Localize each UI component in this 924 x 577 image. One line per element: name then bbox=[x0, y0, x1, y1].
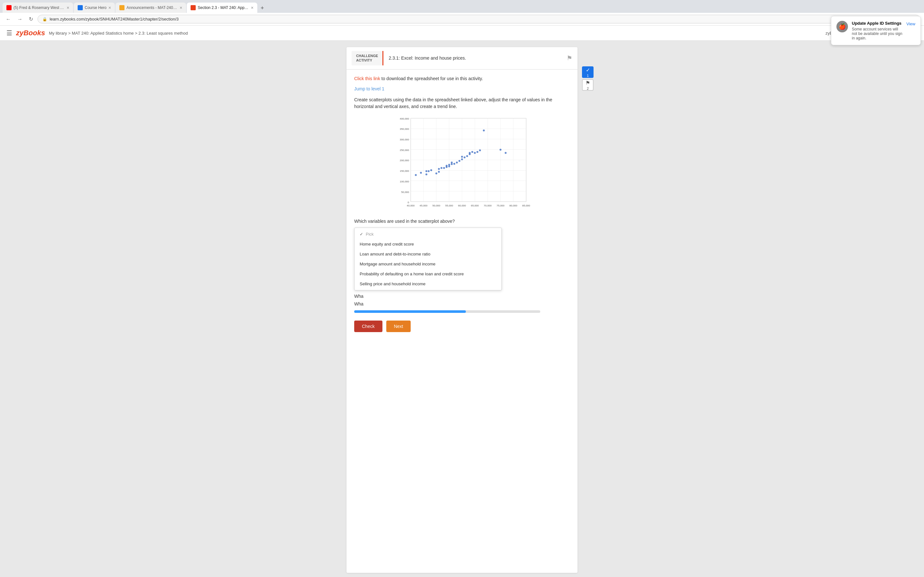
coursehero-favicon bbox=[78, 5, 83, 10]
tab-yt-close[interactable]: × bbox=[67, 5, 69, 10]
page-body: CHALLENGE ACTIVITY 2.3.1: Excel: Income … bbox=[0, 41, 924, 577]
level-2-number: 2 bbox=[587, 87, 589, 90]
question2-row: Wha bbox=[354, 293, 570, 299]
tab-bt[interactable]: Announcements - MAT-240-J... × bbox=[115, 3, 186, 13]
dropdown-option-1[interactable]: Home equity and credit score bbox=[355, 239, 501, 249]
level-1-badge[interactable]: ✓ 1 bbox=[582, 66, 594, 78]
svg-text:50,000: 50,000 bbox=[401, 191, 409, 193]
dropdown-option-4[interactable]: Probability of defaulting on a home loan… bbox=[355, 269, 501, 279]
tab-bt-title: Announcements - MAT-240-J... bbox=[126, 5, 178, 10]
content-body: Click this link to download the spreadsh… bbox=[347, 69, 577, 342]
question1-text: Which variables are used in the scatterp… bbox=[354, 219, 570, 224]
jump-to-level-link[interactable]: Jump to level 1 bbox=[354, 86, 570, 91]
announcements-favicon bbox=[120, 5, 124, 10]
download-text: Click this link to download the spreadsh… bbox=[354, 76, 570, 81]
notification-title: Update Apple ID Settings bbox=[852, 21, 903, 26]
svg-point-42 bbox=[425, 173, 427, 175]
svg-point-59 bbox=[461, 158, 463, 160]
svg-text:60,000: 60,000 bbox=[458, 204, 466, 207]
notification-description: Some account services will not be availa… bbox=[852, 27, 903, 40]
svg-point-47 bbox=[438, 168, 440, 170]
svg-point-61 bbox=[464, 156, 465, 158]
apple-id-icon: 🍎 bbox=[837, 21, 848, 32]
svg-text:250,000: 250,000 bbox=[400, 149, 409, 152]
new-tab-button[interactable]: + bbox=[258, 3, 267, 13]
question2-text: Wha bbox=[354, 293, 363, 299]
reload-button[interactable]: ↻ bbox=[27, 15, 35, 23]
level-2-check-icon: ⚑ bbox=[586, 80, 590, 86]
hamburger-menu[interactable]: ☰ bbox=[6, 29, 12, 37]
breadcrumb: My library > MAT 240: Applied Statistics… bbox=[49, 31, 188, 35]
tab-zy-close[interactable]: × bbox=[251, 5, 254, 10]
challenge-title: 2.3.1: Excel: Income and house prices. bbox=[383, 53, 567, 63]
svg-point-56 bbox=[453, 163, 455, 165]
svg-point-64 bbox=[469, 152, 471, 154]
back-button[interactable]: ← bbox=[4, 15, 13, 23]
svg-text:85,000: 85,000 bbox=[522, 204, 530, 207]
dropdown-menu: ✓ Pick Home equity and credit score Loan… bbox=[354, 227, 502, 290]
svg-point-39 bbox=[415, 174, 417, 176]
tab-yt[interactable]: (5) Fred & Rosemary West And... × bbox=[3, 3, 73, 13]
download-suffix: to download the spreadsheet for use in t… bbox=[381, 76, 483, 81]
chart-svg: 0 50,000 100,000 150,000 200,000 250,000… bbox=[391, 115, 533, 211]
dropdown-option-3[interactable]: Mortgage amount and household income bbox=[355, 259, 501, 269]
level-1-check-icon: ✓ bbox=[586, 67, 590, 73]
svg-point-67 bbox=[477, 151, 478, 153]
svg-text:40,000: 40,000 bbox=[407, 204, 415, 207]
svg-text:50,000: 50,000 bbox=[433, 204, 441, 207]
challenge-header: CHALLENGE ACTIVITY 2.3.1: Excel: Income … bbox=[347, 47, 577, 69]
svg-point-53 bbox=[448, 165, 450, 167]
svg-text:400,000: 400,000 bbox=[400, 117, 409, 120]
next-button[interactable]: Next bbox=[386, 321, 411, 332]
svg-text:70,000: 70,000 bbox=[484, 204, 492, 207]
dropdown-option-3-label: Mortgage amount and household income bbox=[360, 261, 435, 266]
browser-chrome: (5) Fred & Rosemary West And... × Course… bbox=[0, 0, 924, 26]
dropdown-option-5-label: Selling price and household income bbox=[360, 282, 425, 286]
svg-point-60 bbox=[461, 156, 463, 158]
check-button[interactable]: Check bbox=[354, 321, 383, 332]
url-text: learn.zybooks.com/zybook/SNHUMAT240Maste… bbox=[50, 17, 179, 21]
content-card: CHALLENGE ACTIVITY 2.3.1: Excel: Income … bbox=[347, 47, 577, 573]
zybooks-favicon bbox=[191, 5, 196, 10]
svg-text:80,000: 80,000 bbox=[509, 204, 517, 207]
dropdown-option-4-label: Probability of defaulting on a home loan… bbox=[360, 271, 464, 276]
tab-ch-close[interactable]: × bbox=[108, 5, 111, 10]
tab-bt-close[interactable]: × bbox=[180, 5, 182, 10]
level-2-badge[interactable]: ⚑ 2 bbox=[582, 79, 594, 91]
notification-view-button[interactable]: View bbox=[906, 21, 915, 26]
dropdown-pick-option[interactable]: ✓ Pick bbox=[355, 229, 501, 239]
svg-point-44 bbox=[430, 169, 432, 171]
svg-point-69 bbox=[483, 129, 485, 131]
app-header: ☰ zyBooks My library > MAT 240: Applied … bbox=[0, 26, 924, 41]
svg-text:350,000: 350,000 bbox=[400, 127, 409, 131]
bookmark-icon[interactable]: ⚑ bbox=[567, 54, 572, 62]
question3-row: Wha bbox=[354, 301, 570, 306]
youtube-favicon bbox=[6, 5, 11, 10]
level-indicators: ✓ 1 ⚑ 2 bbox=[582, 66, 594, 91]
svg-point-55 bbox=[451, 161, 453, 163]
svg-point-71 bbox=[505, 152, 507, 154]
tab-ch[interactable]: Course Hero × bbox=[74, 3, 115, 13]
svg-text:65,000: 65,000 bbox=[471, 204, 479, 207]
tab-bar: (5) Fred & Rosemary West And... × Course… bbox=[0, 0, 924, 13]
dropdown-container: ✓ Pick Home equity and credit score Loan… bbox=[354, 227, 570, 290]
button-row: Check Next bbox=[354, 317, 570, 336]
svg-point-41 bbox=[425, 170, 427, 172]
dropdown-option-5[interactable]: Selling price and household income bbox=[355, 279, 501, 289]
dropdown-pick-label: Pick bbox=[366, 232, 374, 237]
dropdown-option-2[interactable]: Loan amount and debt-to-income ratio bbox=[355, 249, 501, 259]
tab-ch-title: Course Hero bbox=[85, 5, 107, 10]
level-1-number: 1 bbox=[587, 74, 589, 77]
svg-point-40 bbox=[420, 172, 422, 174]
svg-point-58 bbox=[459, 160, 460, 162]
svg-text:100,000: 100,000 bbox=[400, 180, 409, 183]
tab-zy[interactable]: Section 2.3 - MAT 240: Applie... × bbox=[187, 3, 257, 13]
download-link[interactable]: Click this link bbox=[354, 76, 380, 81]
scatterplot-chart: 0 50,000 100,000 150,000 200,000 250,000… bbox=[391, 115, 533, 212]
forward-button[interactable]: → bbox=[15, 15, 24, 23]
address-bar[interactable]: 🔒 learn.zybooks.com/zybook/SNHUMAT240Mas… bbox=[37, 15, 920, 23]
svg-text:0: 0 bbox=[408, 201, 409, 204]
instruction-text: Create scatterplots using the data in th… bbox=[354, 97, 570, 110]
svg-text:55,000: 55,000 bbox=[445, 204, 453, 207]
notification-content: Update Apple ID Settings Some account se… bbox=[852, 21, 903, 40]
